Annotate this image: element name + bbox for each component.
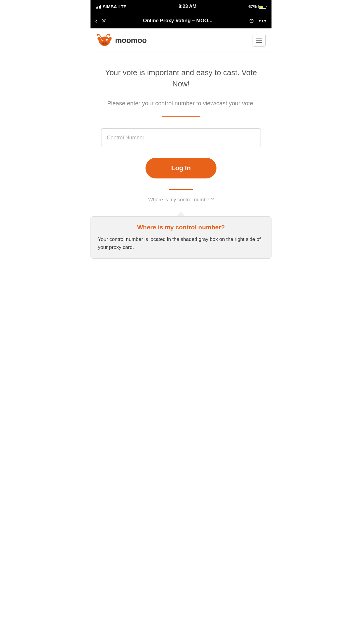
signal-icon: [96, 4, 101, 9]
status-bar: SIMBA LTE 8:23 AM 67%: [90, 0, 272, 13]
svg-point-3: [105, 43, 107, 44]
battery-percent: 67%: [248, 4, 257, 9]
login-button[interactable]: Log In: [146, 158, 216, 178]
header: moomoo: [90, 28, 272, 52]
menu-button[interactable]: [253, 34, 266, 47]
battery-icon: [258, 5, 266, 9]
divider-bottom: [169, 189, 193, 190]
svg-point-1: [101, 41, 108, 46]
hamburger-line-1: [256, 38, 262, 38]
more-icon[interactable]: •••: [259, 17, 267, 24]
info-panel-title: Where is my control number?: [98, 224, 264, 231]
moomoo-logo-icon: [96, 34, 113, 47]
close-button[interactable]: ✕: [101, 17, 106, 24]
search-icon[interactable]: ⊙: [249, 17, 254, 24]
carrier-label: SIMBA: [103, 4, 117, 9]
info-panel-body: Your control number is located in the sh…: [98, 236, 264, 251]
hamburger-line-2: [256, 40, 262, 41]
svg-point-2: [102, 43, 104, 44]
close-icon: ✕: [101, 17, 106, 24]
status-bar-left: SIMBA LTE: [96, 4, 127, 9]
network-label: LTE: [118, 4, 126, 9]
info-panel: Where is my control number? Your control…: [90, 216, 272, 259]
divider-top: [162, 116, 200, 117]
status-time: 8:23 AM: [178, 4, 196, 9]
where-control-link[interactable]: Where is my control number?: [101, 197, 261, 203]
vote-subtitle: Please enter your control number to view…: [101, 99, 261, 108]
vote-headline: Your vote is important and easy to cast.…: [101, 67, 261, 89]
svg-point-7: [107, 39, 107, 40]
tooltip-arrow: [177, 212, 185, 216]
status-bar-right: 67%: [248, 4, 266, 9]
browser-nav-icons: ⊙ •••: [249, 17, 267, 24]
browser-title: Online Proxy Voting – MOO...: [111, 18, 245, 24]
logo: moomoo: [96, 34, 147, 47]
back-icon: ‹: [95, 17, 97, 24]
svg-point-6: [102, 39, 103, 40]
browser-nav-bar: ‹ ✕ Online Proxy Voting – MOO... ⊙ •••: [90, 13, 272, 28]
hamburger-line-3: [256, 42, 262, 43]
logo-text: moomoo: [115, 36, 147, 45]
back-button[interactable]: ‹: [95, 17, 97, 24]
main-content: Your vote is important and easy to cast.…: [90, 52, 272, 212]
control-number-input[interactable]: [101, 128, 261, 147]
